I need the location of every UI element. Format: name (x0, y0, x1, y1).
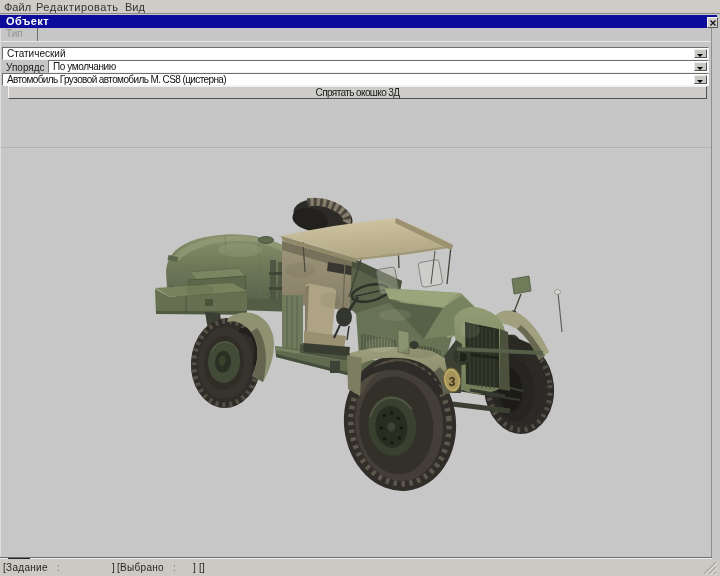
svg-text:3: 3 (449, 375, 456, 389)
